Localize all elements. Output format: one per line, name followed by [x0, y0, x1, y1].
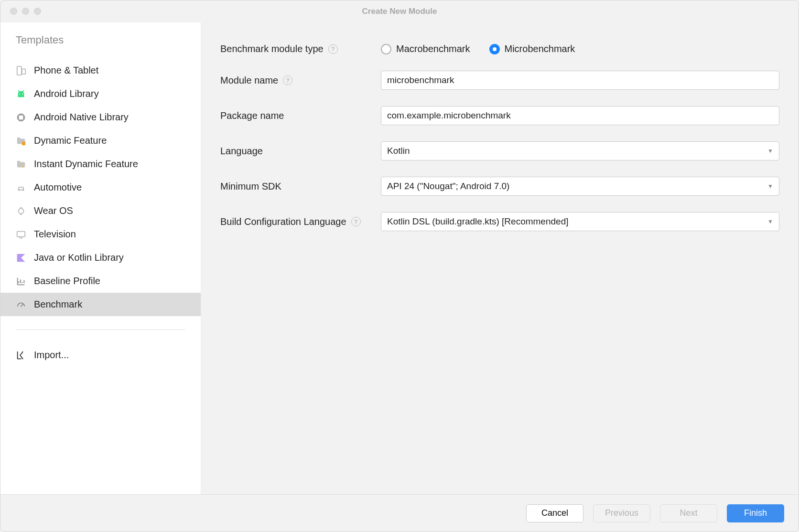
template-item-label: Television [34, 229, 76, 240]
import-label: Import... [34, 350, 69, 361]
svg-point-8 [19, 208, 24, 213]
template-item-label: Java or Kotlin Library [34, 252, 124, 263]
build-config-language-select[interactable]: Kotlin DSL (build.gradle.kts) [Recommend… [381, 212, 779, 231]
label-text: Minimum SDK [220, 181, 281, 192]
module-name-control [381, 71, 779, 90]
help-icon[interactable]: ? [283, 75, 292, 85]
dialog-footer: Cancel Previous Next Finish [0, 494, 799, 532]
language-select[interactable]: Kotlin ▼ [381, 141, 779, 160]
label-benchmark-module-type: Benchmark module type ? [220, 43, 381, 54]
svg-rect-4 [19, 115, 24, 120]
radio-microbenchmark[interactable]: Microbenchmark [489, 43, 575, 54]
zoom-window-icon[interactable] [34, 8, 41, 15]
form-panel: Benchmark module type ? Macrobenchmark M… [201, 22, 799, 494]
template-phone-tablet[interactable]: Phone & Tablet [0, 59, 201, 82]
help-icon[interactable]: ? [351, 217, 361, 226]
template-baseline-profile[interactable]: Baseline Profile [0, 269, 201, 293]
label-text: Build Configuration Language [220, 216, 346, 227]
row-build-config-language: Build Configuration Language ? Kotlin DS… [220, 212, 779, 231]
label-text: Language [220, 146, 263, 157]
label-minimum-sdk: Minimum SDK [220, 181, 381, 192]
module-name-input[interactable] [381, 71, 779, 90]
gauge-icon [16, 299, 26, 310]
tv-icon [16, 229, 26, 240]
template-item-label: Dynamic Feature [34, 135, 107, 146]
template-item-label: Wear OS [34, 205, 73, 216]
label-package-name: Package name [220, 110, 381, 121]
minimize-window-icon[interactable] [22, 8, 29, 15]
template-android-library[interactable]: Android Library [0, 82, 201, 106]
import-module[interactable]: Import... [0, 343, 201, 367]
label-text: Module name [220, 75, 278, 86]
radio-label: Macrobenchmark [396, 43, 470, 54]
template-wear-os[interactable]: Wear OS [0, 199, 201, 223]
help-icon[interactable]: ? [328, 44, 338, 54]
template-item-label: Android Library [34, 88, 99, 99]
minimum-sdk-select[interactable]: API 24 ("Nougat"; Android 7.0) ▼ [381, 177, 779, 196]
svg-rect-9 [17, 231, 25, 236]
templates-heading: Templates [0, 34, 201, 59]
radio-icon [489, 44, 500, 54]
templates-sidebar: Templates Phone & Tablet Android Library [0, 22, 201, 494]
label-text: Benchmark module type [220, 43, 324, 54]
select-value: Kotlin DSL (build.gradle.kts) [Recommend… [387, 216, 568, 227]
template-item-label: Android Native Library [34, 112, 129, 123]
package-name-control [381, 106, 779, 125]
template-television[interactable]: Television [0, 223, 201, 246]
select-value: Kotlin [387, 146, 410, 156]
folder-dynamic-icon [16, 136, 26, 146]
radio-label: Microbenchmark [505, 43, 575, 54]
sidebar-divider [16, 330, 185, 330]
close-window-icon[interactable] [10, 8, 17, 15]
label-text: Package name [220, 110, 284, 121]
radio-macrobenchmark[interactable]: Macrobenchmark [381, 43, 470, 54]
folder-instant-icon [16, 159, 26, 170]
row-language: Language Kotlin ▼ [220, 141, 779, 160]
create-new-module-window: Create New Module Templates Phone & Tabl… [0, 0, 799, 532]
watch-icon [16, 206, 26, 216]
row-package-name: Package name [220, 106, 779, 125]
car-icon [16, 182, 26, 193]
svg-rect-0 [17, 66, 22, 74]
template-item-label: Phone & Tablet [34, 65, 98, 76]
import-icon [16, 350, 26, 361]
row-minimum-sdk: Minimum SDK API 24 ("Nougat"; Android 7.… [220, 177, 779, 196]
benchmark-module-type-radios: Macrobenchmark Microbenchmark [381, 43, 779, 54]
kotlin-icon [16, 253, 26, 263]
label-language: Language [220, 146, 381, 157]
cancel-button[interactable]: Cancel [526, 504, 583, 522]
template-benchmark[interactable]: Benchmark [0, 293, 201, 316]
module-form: Benchmark module type ? Macrobenchmark M… [220, 43, 779, 231]
template-java-kotlin-library[interactable]: Java or Kotlin Library [0, 246, 201, 269]
finish-button[interactable]: Finish [727, 504, 784, 522]
svg-point-2 [19, 94, 20, 95]
dialog-body: Templates Phone & Tablet Android Library [0, 22, 799, 494]
svg-rect-1 [22, 69, 25, 74]
previous-button[interactable]: Previous [593, 504, 650, 522]
chevron-down-icon: ▼ [767, 148, 773, 154]
chip-icon [16, 112, 26, 123]
traffic-lights [0, 8, 41, 15]
row-benchmark-module-type: Benchmark module type ? Macrobenchmark M… [220, 43, 779, 54]
label-module-name: Module name ? [220, 75, 381, 86]
svg-point-7 [22, 189, 23, 190]
phone-tablet-icon [16, 65, 26, 76]
template-list: Phone & Tablet Android Library Android N… [0, 59, 201, 316]
svg-rect-5 [22, 141, 25, 145]
chevron-down-icon: ▼ [767, 183, 773, 190]
template-dynamic-feature[interactable]: Dynamic Feature [0, 129, 201, 152]
android-icon [16, 89, 26, 99]
label-build-config-language: Build Configuration Language ? [220, 216, 381, 227]
select-value: API 24 ("Nougat"; Android 7.0) [387, 181, 509, 192]
build-config-language-control: Kotlin DSL (build.gradle.kts) [Recommend… [381, 212, 779, 231]
chevron-down-icon: ▼ [767, 218, 773, 225]
template-instant-dynamic-feature[interactable]: Instant Dynamic Feature [0, 152, 201, 176]
template-item-label: Instant Dynamic Feature [34, 159, 138, 170]
template-item-label: Automotive [34, 182, 82, 193]
next-button[interactable]: Next [660, 504, 717, 522]
template-item-label: Baseline Profile [34, 276, 100, 287]
template-automotive[interactable]: Automotive [0, 176, 201, 199]
template-android-native-library[interactable]: Android Native Library [0, 106, 201, 129]
package-name-input[interactable] [381, 106, 779, 125]
template-item-label: Benchmark [34, 299, 82, 310]
